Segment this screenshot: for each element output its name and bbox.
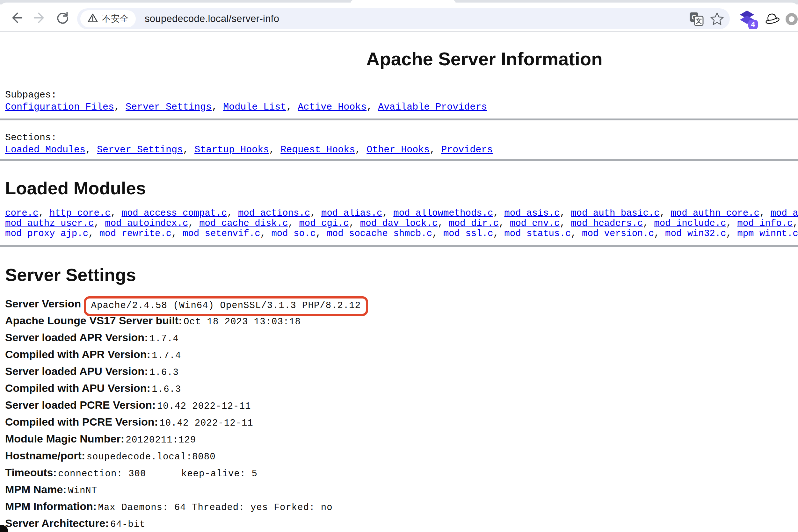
divider: [0, 159, 798, 161]
separator: ,: [432, 228, 443, 239]
bookmark-star-icon[interactable]: [709, 11, 725, 26]
separator: ,: [88, 228, 99, 239]
setting-label: Module Magic Number:: [5, 433, 124, 445]
forward-button[interactable]: [32, 11, 47, 26]
setting-value: Apache/2.4.58 (Win64) OpenSSL/3.1.3 PHP/…: [91, 300, 361, 311]
translate-icon[interactable]: G: [689, 11, 704, 26]
extension-badge: 4: [748, 20, 758, 29]
profile-avatar[interactable]: [783, 12, 798, 28]
setting-row-mpm-information: MPM Information: Max Daemons: 64 Threade…: [5, 499, 798, 516]
setting-label: MPM Name:: [5, 483, 67, 495]
separator: ,: [94, 218, 105, 229]
setting-label: Compiled with APR Version:: [5, 348, 150, 360]
module-link-mod-allowmethods-c[interactable]: mod_allowmethods.c: [393, 208, 493, 218]
setting-label: Compiled with PCRE Version:: [5, 416, 158, 428]
module-link-mod-auth-basic-c[interactable]: mod_auth_basic.c: [571, 208, 660, 218]
module-link-mod-autoindex-c[interactable]: mod_autoindex.c: [105, 218, 188, 229]
module-link-http-core-c[interactable]: http_core.c: [50, 208, 110, 218]
subpage-link-server-settings[interactable]: Server Settings: [126, 102, 211, 112]
setting-value: 20120211:129: [126, 435, 196, 445]
module-link-mod-dir-c[interactable]: mod_dir.c: [449, 218, 499, 229]
subpage-link-available-providers[interactable]: Available Providers: [378, 102, 487, 112]
separator: ,: [726, 218, 738, 229]
setting-value: 1.6.3: [152, 384, 181, 395]
module-link-mod-authn-core-c[interactable]: mod_authn_core.c: [670, 208, 759, 218]
loaded-modules-list: core.c, http_core.c, mod_access_compat.c…: [0, 208, 798, 239]
extension-hat-button[interactable]: [764, 10, 780, 27]
separator: ,: [660, 208, 671, 218]
module-link-mod-include-c[interactable]: mod_include.c: [654, 218, 726, 229]
divider: [0, 245, 798, 247]
module-link-mod-status-c[interactable]: mod_status.c: [504, 228, 571, 239]
section-link-providers[interactable]: Providers: [441, 144, 493, 155]
separator: ,: [288, 218, 299, 229]
module-link-mod-dav-lock-c[interactable]: mod_dav_lock.c: [360, 218, 438, 229]
omnibox[interactable]: 不安全 soupedecode.local/server-info G: [77, 8, 730, 29]
separator: ,: [211, 102, 223, 112]
setting-value: Max Daemons: 64 Threaded: yes Forked: no: [98, 502, 333, 513]
module-link-mod-cgi-c[interactable]: mod_cgi.c: [299, 218, 349, 229]
module-link-mod-cache-disk-c[interactable]: mod_cache_disk.c: [199, 218, 288, 229]
separator: ,: [560, 208, 571, 218]
setting-row-mpm-name: MPM Name: WinNT: [5, 482, 798, 499]
browser-toolbar: 不安全 soupedecode.local/server-info G 4: [0, 3, 798, 32]
setting-value: Oct 18 2023 13:03:18: [184, 317, 301, 327]
security-chip[interactable]: 不安全: [80, 10, 136, 27]
subpages-links: Configuration Files, Server Settings, Mo…: [5, 101, 798, 113]
module-link-mod-authz-user-c[interactable]: mod_authz_user.c: [5, 218, 94, 229]
page-content: Apache Server Information Subpages: Conf…: [0, 32, 798, 532]
separator: ,: [493, 208, 504, 218]
subpage-link-configuration-files[interactable]: Configuration Files: [5, 102, 114, 112]
setting-row-hostname-port: Hostname/port: soupedecode.local:8080: [5, 448, 798, 465]
separator: ,: [560, 218, 571, 229]
separator: ,: [571, 228, 582, 239]
module-link-mod-headers-c[interactable]: mod_headers.c: [571, 218, 643, 229]
setting-row-compiled-with-apr-version: Compiled with APR Version: 1.7.4: [5, 347, 798, 364]
subpage-link-active-hooks[interactable]: Active Hooks: [298, 102, 367, 112]
module-link-mod-access-compat-c[interactable]: mod_access_compat.c: [122, 208, 227, 218]
url-text[interactable]: soupedecode.local/server-info: [145, 13, 279, 24]
subpages-label: Subpages:: [5, 89, 798, 101]
module-link-mod-setenvif-c[interactable]: mod_setenvif.c: [183, 228, 260, 239]
section-link-startup-hooks[interactable]: Startup Hooks: [194, 144, 269, 155]
setting-row-server-architecture: Server Architecture: 64-bit: [5, 516, 798, 532]
section-link-server-settings[interactable]: Server Settings: [97, 144, 183, 155]
module-link-mod-alias-c[interactable]: mod_alias.c: [321, 208, 382, 218]
setting-label: Apache Lounge VS17 Server built:: [5, 315, 182, 326]
module-link-mod-proxy-ajp-c[interactable]: mod_proxy_ajp.c: [5, 228, 88, 239]
module-link-mod-socache-shmcb-c[interactable]: mod_socache_shmcb.c: [327, 228, 432, 239]
setting-label: Timeouts:: [5, 467, 57, 478]
server-settings-heading: Server Settings: [5, 265, 798, 285]
divider: [0, 118, 798, 120]
module-link-mod-rewrite-c[interactable]: mod_rewrite.c: [99, 228, 171, 239]
sections-label: Sections:: [5, 132, 798, 144]
separator: ,: [430, 144, 441, 155]
module-link-mod-win32-c[interactable]: mod_win32.c: [665, 228, 726, 239]
module-link-mpm-winnt-c[interactable]: mpm_winnt.c: [737, 228, 798, 239]
reload-button[interactable]: [55, 11, 70, 26]
module-link-mod-env-c[interactable]: mod_env.c: [510, 218, 560, 229]
subpage-link-module-list[interactable]: Module List: [223, 102, 286, 112]
module-link-mod-info-c[interactable]: mod_info.c: [737, 218, 793, 229]
browser-window: { "browser": { "url": "soupedecode.local…: [0, 0, 798, 532]
module-link-mod-so-c[interactable]: mod_so.c: [271, 228, 316, 239]
setting-label: Server Architecture:: [5, 517, 109, 529]
separator: ,: [793, 218, 798, 229]
separator: ,: [188, 218, 199, 229]
module-line: mod_authz_user.c, mod_autoindex.c, mod_c…: [5, 218, 798, 229]
extension-layers-button[interactable]: 4: [739, 10, 755, 27]
module-link-mod-version-c[interactable]: mod_version.c: [582, 228, 654, 239]
setting-value: 1.7.4: [152, 350, 181, 361]
module-link-core-c[interactable]: core.c: [5, 208, 38, 218]
module-link-mod-asis-c[interactable]: mod_asis.c: [504, 208, 560, 218]
module-link-mod-authn-file-c[interactable]: mod_authn_file.c: [771, 208, 798, 218]
setting-row-server-version: Server Version Apache/2.4.58 (Win64) Ope…: [5, 296, 798, 313]
setting-row-compiled-with-pcre-version: Compiled with PCRE Version: 10.42 2022-1…: [5, 415, 798, 431]
section-link-request-hooks[interactable]: Request Hooks: [280, 144, 355, 155]
back-button[interactable]: [9, 11, 24, 26]
section-link-loaded-modules[interactable]: Loaded Modules: [5, 144, 86, 155]
module-link-mod-actions-c[interactable]: mod_actions.c: [238, 208, 310, 218]
section-link-other-hooks[interactable]: Other Hooks: [367, 144, 430, 155]
separator: ,: [260, 228, 272, 239]
module-link-mod-ssl-c[interactable]: mod_ssl.c: [443, 228, 493, 239]
